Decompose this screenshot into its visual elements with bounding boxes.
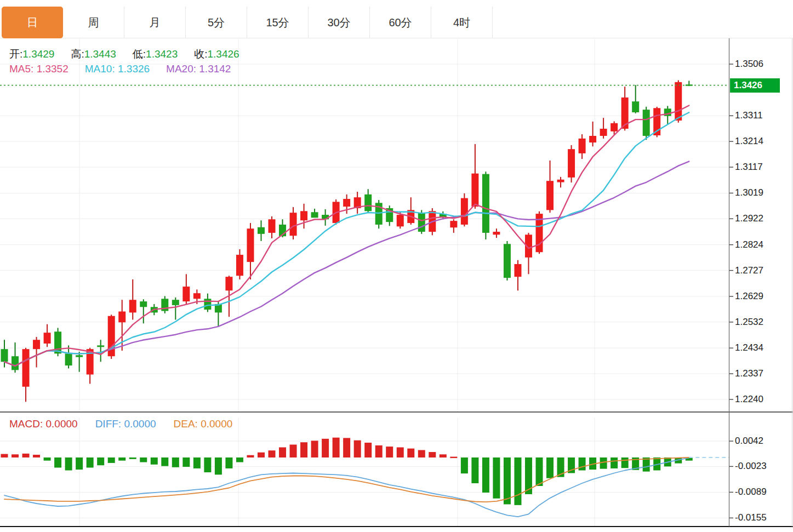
price-axis-label: 1.2824 [735,239,763,250]
price-axis-label: 1.3506 [735,59,763,70]
tab-day[interactable]: 日 [2,7,63,38]
tab-15min[interactable]: 15分 [247,7,309,38]
close-label: 收: [194,47,207,61]
high-label: 高: [71,47,84,61]
diff-label: DIFF: [95,418,122,430]
ohlc-readout: 开:1.3429 高:1.3443 低:1.3423 收:1.3426 [9,47,239,61]
price-axis-label: 1.3019 [735,187,763,198]
price-axis-label: 1.2434 [735,342,763,353]
candlestick-chart-canvas[interactable] [0,0,793,532]
tab-week[interactable]: 周 [63,7,124,38]
ma5-value: 1.3352 [37,63,69,75]
macd-axis-label: 0.0042 [735,436,763,447]
dea-value: 0.0000 [201,418,232,430]
price-axis-label: 1.2629 [735,291,763,302]
tab-30min[interactable]: 30分 [309,7,370,38]
price-axis-label: 1.2337 [735,368,763,379]
ma20-value: 1.3142 [199,63,231,75]
close-value: 1.3426 [208,48,239,60]
price-axis-label: 1.3214 [735,136,763,147]
macd-label: MACD: [9,418,43,430]
tab-month[interactable]: 月 [124,7,186,38]
price-axis-label: 1.3117 [735,162,763,173]
tab-5min[interactable]: 5分 [186,7,247,38]
tab-60min[interactable]: 60分 [370,7,431,38]
price-axis-label: 1.3311 [735,110,763,121]
open-label: 开: [9,47,22,61]
price-axis-label: 1.2727 [735,265,763,276]
ma10-label: MA10: [85,63,115,75]
ma10-value: 1.3326 [118,63,150,75]
price-axis-label: 1.2922 [735,213,763,224]
macd-axis-label: -0.0089 [735,487,767,497]
low-label: 低: [133,47,146,61]
trading-chart-app: 日周月5分15分30分60分4时 开:1.3429 高:1.3443 低:1.3… [0,0,793,532]
dea-label: DEA: [174,418,198,430]
current-price-tag: 1.3426 [730,78,780,93]
macd-value: 0.0000 [46,418,78,430]
low-value: 1.3423 [146,48,178,60]
macd-readout: MACD: 0.0000 DIFF: 0.0000 DEA: 0.0000 [9,418,232,430]
macd-axis-label: -0.0155 [735,512,767,523]
timeframe-tab-bar: 日周月5分15分30分60分4时 [0,0,793,38]
open-value: 1.3429 [22,48,54,60]
ma-readout: MA5: 1.3352 MA10: 1.3326 MA20: 1.3142 [9,63,231,75]
ma20-label: MA20: [166,63,196,75]
price-axis-label: 1.2240 [735,394,763,405]
diff-value: 0.0000 [124,418,156,430]
price-axis-label: 1.2532 [735,317,763,328]
tab-4hour[interactable]: 4时 [431,7,493,38]
high-value: 1.3443 [84,48,116,60]
ma5-label: MA5: [9,63,33,75]
macd-axis-label: -0.0023 [735,461,767,472]
